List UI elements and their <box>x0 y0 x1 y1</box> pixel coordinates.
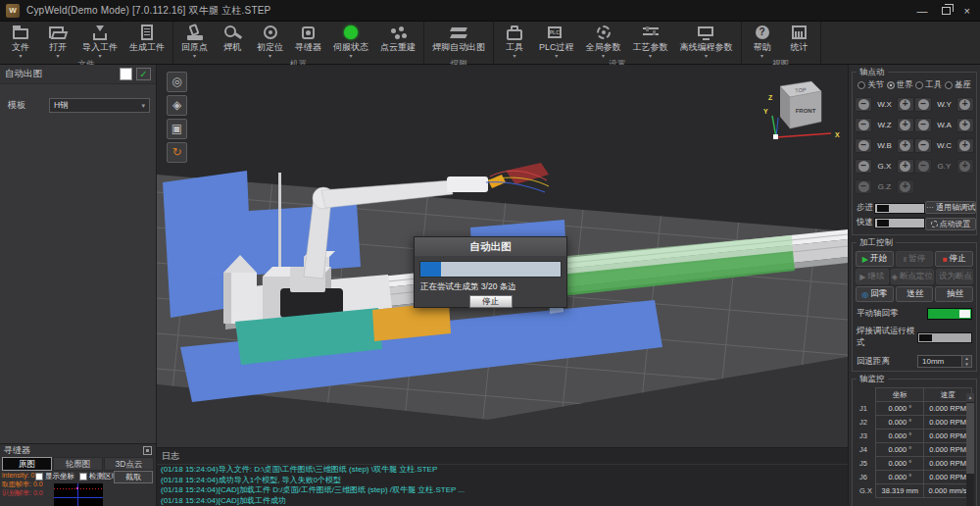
restore-button[interactable] <box>942 7 951 15</box>
axis-y-label: Y <box>763 108 768 115</box>
jog-plus-button[interactable]: + <box>956 118 974 132</box>
process-control-button[interactable]: ▶ 开始 <box>856 251 894 267</box>
log-entries[interactable]: (01/18 15:24:04)导入文件: D:\桌面\工件图纸\三维图纸 (s… <box>157 465 848 506</box>
generic-axis-debug-button[interactable]: ··· 通用轴调试 <box>925 201 976 214</box>
ribbon-item[interactable]: 寻缝器 <box>289 23 327 59</box>
process-control-button[interactable]: 送丝 <box>896 286 934 302</box>
ribbon-item[interactable]: 生成工件 <box>123 23 171 59</box>
table-row: J2 0.000 ° 0.000 RPM <box>857 416 972 430</box>
seam-option-checkbox[interactable]: 检测区域 <box>79 472 119 481</box>
scrollbar-thumb[interactable] <box>966 403 974 474</box>
close-button[interactable]: × <box>964 6 970 16</box>
jog-minus-button[interactable]: − <box>855 118 872 132</box>
table-row: J4 0.000 ° 0.000 RPM <box>857 443 972 457</box>
ribbon-item[interactable]: PLC过程 ▾ <box>533 23 580 59</box>
orbit-cube-icon[interactable]: ◈ <box>167 95 187 116</box>
ribbon-item[interactable]: 统计 <box>781 23 818 59</box>
ribbon-item[interactable]: 焊脚自动出图 <box>426 23 491 59</box>
jog-minus-button[interactable]: − <box>855 179 872 194</box>
jog-mode-radio[interactable]: 世界 <box>887 79 913 91</box>
jog-minus-button[interactable]: − <box>914 97 932 112</box>
process-control-button[interactable]: ‖ 暂停 <box>896 251 934 267</box>
slider-handle[interactable] <box>877 220 889 227</box>
stop-button[interactable]: 停止 <box>469 295 513 308</box>
spin-down-icon[interactable]: ▾ <box>962 362 971 368</box>
chevron-down-icon: ▾ <box>141 102 145 110</box>
jog-plus-button[interactable]: + <box>897 138 914 153</box>
rotate-tool-icon[interactable]: ↻ <box>167 142 187 163</box>
jog-mode-radio[interactable]: 工具 <box>915 79 942 91</box>
table-scrollbar[interactable]: ▲ <box>966 393 974 506</box>
ribbon-item[interactable]: 帮助 ▾ <box>744 23 781 59</box>
jog-minus-button[interactable]: − <box>914 138 932 153</box>
ribbon-item[interactable]: 点云重建 <box>374 23 421 59</box>
seam-view-tab[interactable]: 轮廓图 <box>53 457 103 471</box>
process-control-button[interactable]: ◈ 断点定位 <box>891 269 934 284</box>
seam-view-tab[interactable]: 原图 <box>2 457 52 471</box>
jog-minus-button[interactable]: − <box>914 159 932 174</box>
jog-minus-button[interactable]: − <box>855 159 872 174</box>
button-icon: ▶ <box>862 255 868 264</box>
3d-scene[interactable]: TOP FRONT Z Y X ◎ ◈ ▣ <box>157 65 848 447</box>
checkbox-icon <box>79 473 87 481</box>
expand-icon[interactable] <box>143 446 152 455</box>
process-control-button[interactable]: 抽丝 <box>935 286 973 302</box>
jog-plus-button[interactable]: + <box>956 138 974 153</box>
jog-minus-button[interactable]: − <box>855 138 872 153</box>
jog-minus-button[interactable]: − <box>914 118 932 132</box>
jog-mode-radio[interactable]: 基座 <box>945 79 971 91</box>
plus-icon: + <box>900 120 910 130</box>
weld-debug-mode-toggle[interactable] <box>917 332 972 343</box>
radio-icon <box>945 81 953 89</box>
jog-plus-button[interactable]: + <box>897 159 914 174</box>
minimize-button[interactable]: — <box>917 6 928 16</box>
ribbon-item[interactable]: 焊机 <box>214 23 251 59</box>
translation-axis-home-toggle[interactable] <box>927 308 972 320</box>
process-control-button[interactable]: 设为断点 <box>936 269 973 284</box>
axis-x-label: X <box>835 131 840 138</box>
jog-plus-button[interactable]: + <box>956 159 974 174</box>
progress-fill <box>420 262 441 277</box>
seam-view-tab[interactable]: 3D点云 <box>104 457 154 471</box>
fast-slider[interactable] <box>874 218 925 228</box>
ribbon-item[interactable]: 工具 ▾ <box>496 23 533 59</box>
jog-axis-cell: − W.A + <box>914 115 974 135</box>
process-control-button[interactable]: ■ 停止 <box>935 251 973 267</box>
ribbon-item[interactable]: 离线编程参数 ▾ <box>674 23 739 59</box>
jog-minus-button[interactable]: − <box>855 97 872 112</box>
ribbon-item[interactable]: 初定位 ▾ <box>251 23 289 59</box>
jog-plus-button[interactable]: + <box>956 97 974 112</box>
axis-speed: 0.000 RPM <box>924 443 972 457</box>
retreat-distance-spinner[interactable]: 10mm ▴ ▾ <box>917 355 972 368</box>
ribbon-item[interactable]: 文件 ▾ <box>2 23 39 59</box>
minus-icon: − <box>918 120 929 130</box>
confirm-check-button[interactable]: ✓ <box>136 68 151 80</box>
process-params-icon <box>641 25 661 40</box>
ribbon-item[interactable]: 工艺参数 ▾ <box>627 23 674 59</box>
ribbon-item[interactable]: 伺服状态 ▾ <box>327 23 374 59</box>
ribbon-item[interactable]: 全局参数 ▾ <box>580 23 627 59</box>
spinner-arrows[interactable]: ▴ ▾ <box>961 356 971 367</box>
jog-plus-button[interactable]: + <box>897 118 914 132</box>
scroll-up-icon[interactable]: ▲ <box>966 393 974 402</box>
section-layers-icon[interactable]: ▣ <box>167 119 187 139</box>
table-row: G.X 38.319 mm 0.000 mm/s <box>857 484 972 498</box>
fit-view-icon[interactable]: ◎ <box>167 72 187 92</box>
process-control-button[interactable]: ◎ 回零 <box>856 286 894 302</box>
jog-settings-button[interactable]: 点动设置 <box>925 218 976 230</box>
process-control-button[interactable]: ▶ 继续 <box>856 269 889 284</box>
slider-handle[interactable] <box>877 205 889 212</box>
jog-plus-button[interactable]: + <box>897 179 914 194</box>
jog-mode-radio[interactable]: 关节 <box>858 79 884 91</box>
minus-icon: − <box>858 99 869 110</box>
color-swatch-button[interactable] <box>120 68 132 80</box>
folder-icon <box>11 25 30 40</box>
ribbon-item[interactable]: 回原点 ▾ <box>175 23 214 59</box>
capture-button[interactable]: 截取 <box>114 471 153 483</box>
template-dropdown[interactable]: H钢 ▾ <box>49 98 150 113</box>
ribbon-item[interactable]: 导入工件 ▾ <box>76 23 123 59</box>
ribbon-item[interactable]: 打开 ▾ <box>39 23 76 59</box>
step-slider[interactable] <box>874 203 925 214</box>
seam-option-checkbox[interactable]: 显示坐标 <box>35 472 74 481</box>
jog-plus-button[interactable]: + <box>897 97 914 112</box>
